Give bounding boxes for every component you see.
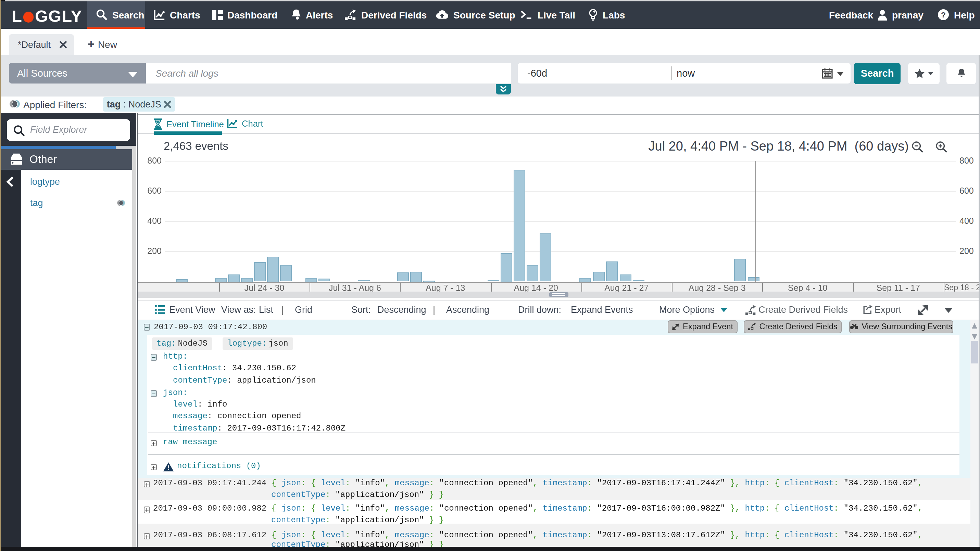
svg-text:?: ?: [941, 10, 946, 19]
